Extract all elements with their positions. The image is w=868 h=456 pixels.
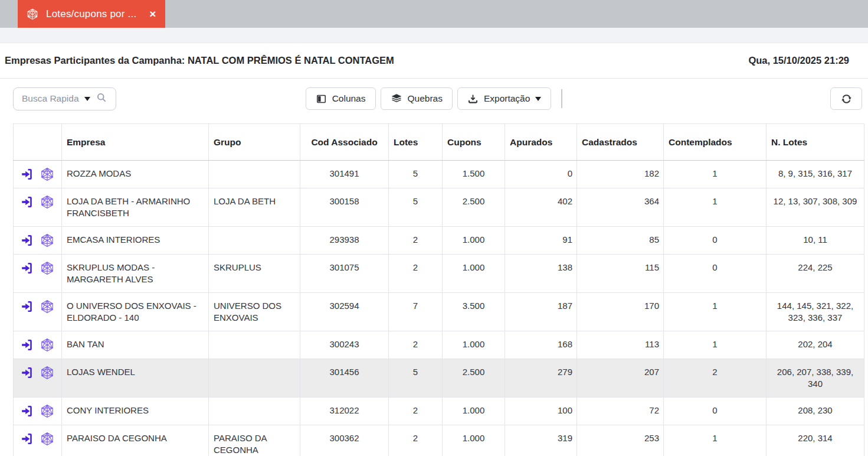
search-dropdown-caret-icon[interactable] [84,97,90,101]
header-apurados[interactable]: Apurados [505,124,577,161]
columns-icon [316,93,327,105]
header-cadastrados[interactable]: Cadastrados [577,124,664,161]
grupo-cell: LOJA DA BETH [209,188,300,227]
refresh-button[interactable] [830,87,862,110]
page-title: Empresas Participantes da Campanha: NATA… [0,55,394,66]
search-icon[interactable] [96,92,107,106]
enter-icon[interactable] [20,233,34,247]
contemplados-cell: 1 [664,188,767,227]
cupons-cell: 1.000 [443,227,505,255]
apurados-cell: 187 [505,293,577,331]
grupo-cell [209,331,300,359]
table-row: CONY INTERIORES 312022 2 1.000 100 72 0 … [14,398,864,425]
coupon-hexagon-icon[interactable] [40,403,55,419]
cadastrados-cell: 85 [577,227,664,255]
cadastrados-cell: 207 [577,359,664,398]
n-lotes-cell: 220, 314 [767,425,864,456]
tab-bar: Lotes/cupons por ... × [0,0,868,28]
quick-search-input[interactable]: Busca Rapida [13,87,116,110]
grupo-cell [209,161,300,188]
enter-icon[interactable] [20,432,34,446]
contemplados-cell: 1 [664,425,767,456]
table-row: LOJAS WENDEL 301456 5 2.500 279 207 2 20… [14,359,864,398]
header-empresa[interactable]: Empresa [62,124,209,161]
empresa-cell: LOJA DA BETH - ARMARINHO FRANCISBETH [62,188,209,227]
grupo-cell [209,398,300,425]
coupon-hexagon-icon[interactable] [40,299,55,314]
n-lotes-cell: 202, 204 [767,331,864,359]
coupon-hexagon-icon[interactable] [40,337,55,353]
contemplados-cell: 0 [664,255,767,293]
row-actions-cell [14,255,62,293]
tab-lotes-cupons[interactable]: Lotes/cupons por ... × [18,0,165,28]
cupons-cell: 3.500 [443,293,505,331]
enter-icon[interactable] [20,261,34,275]
lotes-cell: 2 [389,398,443,425]
lotes-cell: 2 [389,331,443,359]
download-icon [467,93,479,105]
breaks-button[interactable]: Quebras [381,87,453,110]
row-actions-cell [14,359,62,398]
row-actions-cell [14,227,62,255]
coupon-hexagon-icon[interactable] [40,233,55,248]
table-row: LOJA DA BETH - ARMARINHO FRANCISBETH LOJ… [14,188,864,227]
grupo-cell [209,227,300,255]
header-lotes[interactable]: Lotes [389,124,443,161]
row-actions-cell [14,398,62,425]
apurados-cell: 0 [505,161,577,188]
cod-associado-cell: 301075 [300,255,389,293]
cadastrados-cell: 115 [577,255,664,293]
lotes-cell: 7 [389,293,443,331]
header-contemplados[interactable]: Contemplados [664,124,767,161]
row-actions-cell [14,161,62,188]
header-cod-associado[interactable]: Cod Associado [300,124,389,161]
row-actions-cell [14,293,62,331]
cod-associado-cell: 301456 [300,359,389,398]
tab-close-icon[interactable]: × [149,8,156,19]
export-label: Exportação [484,93,530,104]
grupo-cell: PARAISO DA CEGONHA [209,425,300,456]
columns-label: Colunas [332,93,366,104]
enter-icon[interactable] [20,404,34,418]
lotes-cell: 2 [389,227,443,255]
enter-icon[interactable] [20,338,34,352]
table-row: PARAISO DA CEGONHA PARAISO DA CEGONHA 30… [14,425,864,456]
enter-icon[interactable] [20,195,34,209]
coupon-hexagon-icon[interactable] [40,167,55,182]
cadastrados-cell: 113 [577,331,664,359]
apurados-cell: 279 [505,359,577,398]
row-actions-cell [14,188,62,227]
header-grupo[interactable]: Grupo [209,124,300,161]
apurados-cell: 168 [505,331,577,359]
coupon-hexagon-icon[interactable] [40,194,55,210]
n-lotes-cell: 10, 11 [767,227,864,255]
row-actions-cell [14,425,62,456]
coupon-hexagon-icon[interactable] [40,431,55,447]
n-lotes-cell: 208, 230 [767,398,864,425]
companies-table: Empresa Grupo Cod Associado Lotes Cupons… [13,123,864,456]
cupons-cell: 2.500 [443,359,505,398]
background-strip [0,28,868,43]
coupon-hexagon-icon[interactable] [40,260,55,276]
enter-icon[interactable] [20,167,34,181]
grupo-cell: SKRUPLUS [209,255,300,293]
export-button[interactable]: Exportação [457,87,551,110]
table-header-row: Empresa Grupo Cod Associado Lotes Cupons… [14,124,864,161]
header-actions [14,124,62,161]
cod-associado-cell: 301491 [300,161,389,188]
table-row: BAN TAN 300243 2 1.000 168 113 1 202, 20… [14,331,864,359]
cupons-cell: 1.500 [443,161,505,188]
empresa-cell: CONY INTERIORES [62,398,209,425]
header-cupons[interactable]: Cupons [443,124,505,161]
header-n-lotes[interactable]: N. Lotes [767,124,864,161]
lotes-cell: 5 [389,161,443,188]
contemplados-cell: 1 [664,331,767,359]
enter-icon[interactable] [20,299,34,314]
table-row: SKRUPLUS MODAS - MARGARETH ALVES SKRUPLU… [14,255,864,293]
apurados-cell: 138 [505,255,577,293]
columns-button[interactable]: Colunas [306,87,376,110]
coupon-hexagon-icon[interactable] [40,365,55,380]
enter-icon[interactable] [20,366,34,380]
lotes-cell: 2 [389,255,443,293]
cupons-cell: 2.500 [443,188,505,227]
